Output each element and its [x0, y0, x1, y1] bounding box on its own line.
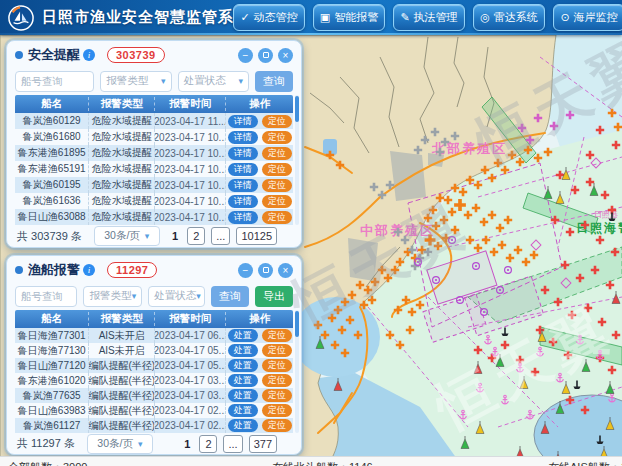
table-row: 鲁日山渔63983 编队提醒(半径) 2023-04-17 02... 处置 定…	[15, 403, 293, 418]
info-icon[interactable]: i	[83, 49, 95, 61]
ship-no-input[interactable]	[15, 286, 77, 307]
ship-no-input[interactable]	[15, 71, 94, 92]
cell-alarm-time: 2023-04-17 10...	[154, 161, 225, 177]
locate-button[interactable]: 定位	[262, 359, 292, 372]
nav-item-label: 雷达系统	[494, 10, 538, 25]
ship-no-input-field[interactable]	[21, 75, 88, 87]
status-total-ships: 全部船数：3000	[8, 460, 87, 466]
status-beidou-online: 在线北斗船数：1146	[272, 460, 373, 466]
search-button[interactable]: 查询	[255, 71, 293, 92]
page-size-select[interactable]: 30条/页▾	[87, 434, 153, 454]
detail-button[interactable]: 详情	[228, 131, 258, 144]
cell-alarm-time: 2023-04-17 02...	[154, 418, 225, 433]
locate-button[interactable]: 定位	[262, 195, 292, 208]
col-actions: 操作	[225, 97, 293, 111]
export-button[interactable]: 导出	[255, 286, 293, 307]
alarm-type-select[interactable]: 报警类型▾	[100, 71, 171, 92]
cell-ship-name: 鲁日海渔77301	[15, 328, 88, 343]
cell-alarm-type: 编队提醒(半径)	[88, 358, 154, 373]
scrollbar-thumb[interactable]	[295, 96, 299, 122]
table-row: 鲁日海渔77301 AIS未开启 2023-04-17 06... 处置 定位	[15, 328, 293, 343]
alarm-table-header: 船名 报警类型 报警时间 操作	[15, 310, 293, 328]
ship-no-input-field[interactable]	[21, 290, 71, 302]
locate-button[interactable]: 定位	[262, 389, 292, 402]
alarm-table-body: 鲁日海渔77301 AIS未开启 2023-04-17 06... 处置 定位 …	[15, 328, 293, 433]
cell-alarm-type: 危险水域提醒	[88, 113, 154, 129]
cell-alarm-type: 编队提醒(半径)	[88, 373, 154, 388]
cell-alarm-time: 2023-04-17 03...	[154, 373, 225, 388]
col-ship-name: 船名	[15, 97, 88, 111]
cell-alarm-time: 2023-04-17 02...	[154, 403, 225, 418]
cell-alarm-type: 危险水域提醒	[88, 177, 154, 193]
page-ellipsis[interactable]: ...	[223, 435, 242, 453]
search-button[interactable]: 查询	[211, 286, 249, 307]
nav-item-label: 执法管理	[414, 10, 458, 25]
chevron-down-icon: ▾	[196, 291, 201, 301]
nav-item[interactable]: ⊙ 海岸监控	[553, 4, 622, 31]
page-ellipsis[interactable]: ...	[211, 227, 230, 245]
top-nav-bar: 日照市渔业安全智慧监管系统 ✓ 动态管控 ▣ 智能报警 ✎ 执法管理 ◎ 雷达系…	[0, 0, 622, 35]
detail-button[interactable]: 详情	[228, 179, 258, 192]
cell-ship-name: 鲁东港渔61020	[15, 373, 88, 388]
detail-button[interactable]: 详情	[228, 163, 258, 176]
handle-button[interactable]: 处置	[228, 374, 258, 387]
cell-ship-name: 鲁岚渔61680	[15, 129, 88, 145]
locate-button[interactable]: 定位	[262, 147, 292, 160]
nav-item[interactable]: ▣ 智能报警	[313, 4, 385, 31]
handle-button[interactable]: 处置	[228, 389, 258, 402]
pagination: 1 2 ... 10125	[169, 227, 277, 245]
alarm-footer: 共 11297 条 30条/页▾ 1 2 ... 377	[7, 433, 301, 454]
handle-status-select[interactable]: 处置状态▾	[148, 286, 205, 307]
table-row: 鲁岚渔61680 危险水域提醒 2023-04-17 10... 详情 定位	[15, 129, 293, 145]
handle-button[interactable]: 处置	[228, 329, 258, 342]
page-current[interactable]: 1	[169, 230, 181, 242]
alarm-type-select[interactable]: 报警类型▾	[83, 286, 142, 307]
detail-button[interactable]: 详情	[228, 195, 258, 208]
minimize-icon[interactable]: −	[238, 48, 253, 63]
handle-button[interactable]: 处置	[228, 359, 258, 372]
nav-item[interactable]: ✓ 动态管控	[233, 4, 305, 31]
page-2[interactable]: 2	[199, 435, 217, 453]
page-2[interactable]: 2	[187, 227, 205, 245]
locate-button[interactable]: 定位	[262, 115, 292, 128]
detail-button[interactable]: 详情	[228, 211, 258, 224]
locate-button[interactable]: 定位	[262, 163, 292, 176]
locate-button[interactable]: 定位	[262, 211, 292, 224]
nav-item[interactable]: ◎ 雷达系统	[473, 4, 545, 31]
page-last[interactable]: 377	[249, 435, 277, 453]
chevron-down-icon: ▾	[161, 76, 166, 86]
locate-button[interactable]: 定位	[262, 419, 292, 432]
detail-button[interactable]: 详情	[228, 115, 258, 128]
scrollbar-thumb[interactable]	[295, 311, 299, 337]
cell-alarm-time: 2023-04-17 10...	[154, 145, 225, 161]
handle-status-select[interactable]: 处置状态▾	[178, 71, 249, 92]
info-icon[interactable]: i	[83, 264, 95, 276]
table-row: 鲁东港渔61895 危险水域提醒 2023-04-17 10... 详情 定位	[15, 145, 293, 161]
locate-button[interactable]: 定位	[262, 131, 292, 144]
close-icon[interactable]: ×	[278, 48, 293, 63]
locate-button[interactable]: 定位	[262, 404, 292, 417]
cell-alarm-type: 编队提醒(半径)	[88, 418, 154, 433]
minimize-icon[interactable]: −	[238, 263, 253, 278]
locate-button[interactable]: 定位	[262, 179, 292, 192]
handle-button[interactable]: 处置	[228, 344, 258, 357]
table-row: 鲁岚渔77635 编队提醒(半径) 2023-04-17 03... 处置 定位	[15, 388, 293, 403]
locate-button[interactable]: 定位	[262, 329, 292, 342]
locate-button[interactable]: 定位	[262, 374, 292, 387]
cell-ship-name: 鲁岚渔61636	[15, 193, 88, 209]
safety-filters: 报警类型▾ 处置状态▾ 查询	[7, 67, 301, 95]
popout-icon[interactable]	[258, 48, 273, 63]
page-size-select[interactable]: 30条/页▾	[94, 226, 160, 246]
handle-button[interactable]: 处置	[228, 419, 258, 432]
close-icon[interactable]: ×	[278, 263, 293, 278]
alarm-count-badge: 11297	[107, 262, 157, 278]
page-last[interactable]: 10125	[236, 227, 277, 245]
popout-icon[interactable]	[258, 263, 273, 278]
safety-footer: 共 303739 条 30条/页▾ 1 2 ... 10125	[7, 225, 301, 247]
detail-button[interactable]: 详情	[228, 147, 258, 160]
page-current[interactable]: 1	[181, 438, 193, 450]
cell-alarm-type: 危险水域提醒	[88, 129, 154, 145]
handle-button[interactable]: 处置	[228, 404, 258, 417]
locate-button[interactable]: 定位	[262, 344, 292, 357]
nav-item[interactable]: ✎ 执法管理	[393, 4, 465, 31]
